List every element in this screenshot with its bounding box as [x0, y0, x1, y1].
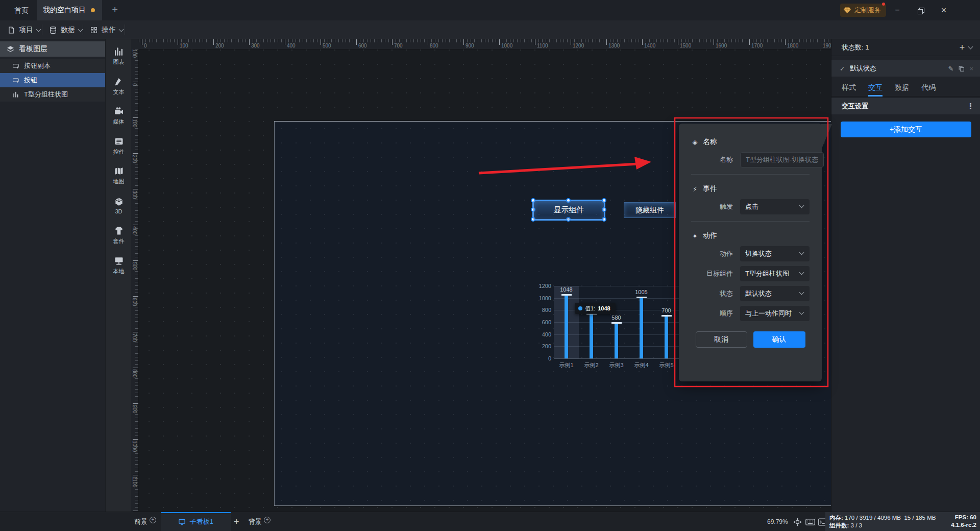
new-tab-button[interactable]: + [106, 0, 124, 20]
y-axis-tick-label: 200 [536, 343, 551, 349]
add-state-button[interactable]: + [955, 42, 969, 53]
目标组件-select[interactable]: T型分组柱状图 [740, 266, 810, 281]
rail-text-icon [114, 77, 124, 87]
顺序-select[interactable]: 与上一动作同时 [740, 306, 810, 321]
rail-item-media[interactable]: 媒体 [106, 103, 132, 129]
edit-icon[interactable]: ✎ [948, 65, 954, 73]
chevron-down-icon [78, 27, 83, 32]
field-label: 动作 [691, 249, 733, 258]
panel-tabs: 样式交互数据代码 [831, 79, 980, 96]
触发-select[interactable]: 点击 [740, 199, 810, 214]
rail-item-text[interactable]: 文本 [106, 73, 132, 100]
add-foreground-icon[interactable]: + [150, 517, 156, 523]
rail-item-label: 文本 [113, 88, 125, 96]
rail-item-map[interactable]: 地图 [106, 162, 132, 189]
bottom-bar: 前景 + 子看板1 + 背景 + 69.79% 内存: 170 / 3919 /… [0, 512, 980, 531]
bar [640, 298, 643, 358]
show-component-button[interactable]: 显示组件 [533, 201, 604, 220]
subboard-tab[interactable]: 子看板1 [161, 512, 231, 531]
popup-form-row: 目标组件T型分组柱状图 [691, 266, 810, 281]
chevron-down-icon [119, 27, 124, 32]
grid-icon [90, 26, 98, 34]
delete-state-icon[interactable]: × [969, 65, 973, 73]
menu-project[interactable]: 项目 [7, 20, 40, 39]
layer-item[interactable]: T型分组柱状图 [0, 87, 105, 102]
layer-item-label: 按钮副本 [24, 61, 51, 70]
x-axis-category-label: 示例2 [579, 361, 604, 369]
tab-style[interactable]: 样式 [842, 79, 856, 96]
ruler-label: 400 [132, 226, 137, 235]
project-tab[interactable]: 我的空白项目 [37, 0, 102, 20]
layers-panel-header[interactable]: 看板图层 [0, 41, 105, 57]
rail-item-3d[interactable]: 3D [106, 192, 132, 219]
chevron-down-icon [36, 27, 41, 32]
x-axis-category-label: 示例1 [554, 361, 579, 369]
select-value: 点击 [745, 202, 758, 211]
popup-section-label: 动作 [703, 231, 717, 240]
default-state-row[interactable]: ✓ 默认状态 ✎ × [831, 60, 980, 77]
confirm-button[interactable]: 确认 [753, 331, 805, 348]
popup-section-title: ⚡事件 [691, 184, 810, 194]
duplicate-icon[interactable] [958, 65, 965, 72]
rail-item-charts[interactable]: 图表 [106, 43, 132, 69]
layer-item[interactable]: 按钮副本 [0, 59, 105, 73]
tab-code[interactable]: 代码 [921, 79, 936, 96]
fit-screen-icon[interactable] [792, 517, 803, 527]
ruler-label: 1100 [537, 43, 548, 49]
field-label: 触发 [691, 202, 733, 211]
ruler-label: 700 [394, 43, 403, 49]
add-board-button[interactable]: + [234, 512, 239, 531]
ruler-label: 1600 [716, 43, 727, 49]
layers-icon [6, 45, 15, 54]
ruler-label: 800 [132, 369, 137, 378]
rail-item-label: 地图 [113, 178, 125, 185]
chart-icon [12, 91, 20, 99]
restore-button[interactable] [909, 0, 932, 20]
select-value: T型分组柱状图 [745, 269, 789, 278]
layer-item[interactable]: 按钮 [0, 73, 105, 87]
state-count-label: 状态数: [842, 43, 864, 51]
chart-tooltip: 值1: 1048 [575, 303, 616, 314]
cancel-button[interactable]: 取消 [696, 331, 747, 348]
bar-cap [611, 322, 622, 324]
name-input[interactable]: T型分组柱状图-切换状态 [740, 152, 824, 167]
close-button[interactable]: × [933, 0, 955, 20]
kebab-menu-icon[interactable]: ⋮ [967, 102, 974, 111]
动作-select[interactable]: 切换状态 [740, 246, 810, 261]
ruler-label: 100 [132, 119, 137, 128]
hide-component-button[interactable]: 隐藏组件 [624, 202, 676, 218]
event-section-icon: ⚡ [691, 185, 699, 193]
tooltip-value: 1048 [598, 305, 610, 311]
menubar: 项目 数据 操作 发布 预览 [0, 20, 980, 39]
components-label: 组件数: [829, 522, 849, 528]
menu-operations[interactable]: 操作 [90, 20, 123, 39]
bar-chart-widget[interactable]: 值1 0200400600800100012001048示例1735示例2580… [537, 267, 696, 371]
keyboard-icon[interactable] [804, 517, 816, 527]
rail-widgets-icon [114, 136, 124, 147]
field-label: 目标组件 [691, 269, 733, 278]
notification-dot-icon [882, 3, 885, 6]
tab-interaction[interactable]: 交互 [868, 79, 883, 96]
状态-select[interactable]: 默认状态 [740, 286, 810, 301]
rail-item-widgets[interactable]: 控件 [106, 133, 132, 159]
rail-item-kits[interactable]: 套件 [106, 222, 132, 249]
menu-data[interactable]: 数据 [49, 20, 82, 39]
add-interaction-button[interactable]: +添加交互 [841, 122, 971, 137]
background-tab[interactable]: 背景 + [249, 512, 271, 531]
popup-section-label: 事件 [703, 184, 717, 194]
home-tab[interactable]: 首页 [7, 0, 36, 20]
rail-item-label: 控件 [113, 148, 125, 156]
zoom-level[interactable]: 69.79% [767, 512, 788, 531]
divider [42, 25, 42, 35]
rail-item-local[interactable]: 本地 [106, 252, 132, 279]
tab-data[interactable]: 数据 [895, 79, 909, 96]
ruler-label: 1900 [823, 43, 831, 49]
foreground-tab[interactable]: 前景 + [134, 512, 156, 531]
chevron-down-icon [799, 310, 804, 315]
action-section-icon: ✦ [691, 232, 699, 240]
chevron-down-icon[interactable] [968, 44, 973, 50]
custom-service-badge[interactable]: 定制服务 [840, 4, 886, 17]
button-icon [12, 77, 20, 84]
minimize-button[interactable]: − [886, 0, 909, 20]
add-background-icon[interactable]: + [264, 517, 271, 523]
